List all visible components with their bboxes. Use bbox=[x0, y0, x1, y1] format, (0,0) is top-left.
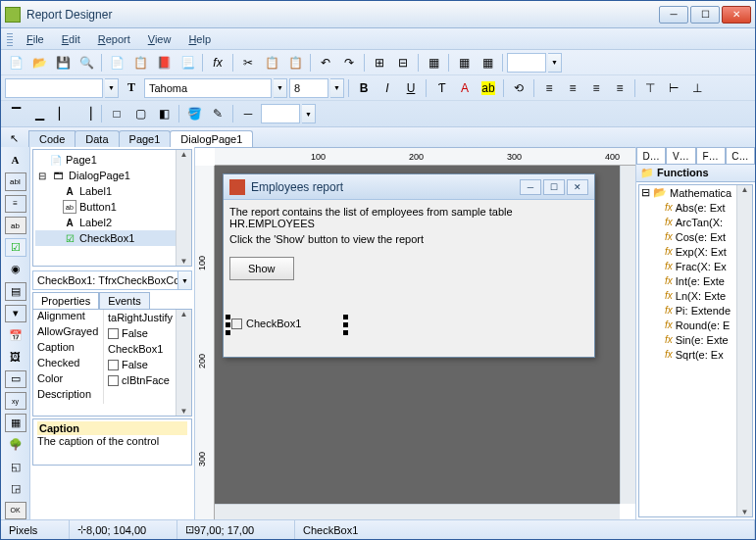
palette-grid-icon[interactable]: ▦ bbox=[5, 414, 26, 431]
palette-radio-icon[interactable]: ◉ bbox=[5, 261, 26, 278]
tree-label2[interactable]: A Label2 bbox=[35, 215, 189, 230]
tab-data[interactable]: Data bbox=[75, 130, 119, 147]
palette-memo-icon[interactable]: ≡ bbox=[5, 195, 26, 213]
variables-button[interactable]: fx bbox=[207, 52, 228, 74]
tree-label1[interactable]: A Label1 bbox=[35, 183, 189, 199]
font-color-button[interactable]: A bbox=[454, 77, 476, 99]
tab-dialogpage1[interactable]: DialogPage1 bbox=[170, 130, 253, 147]
preview-button[interactable]: 🔍 bbox=[76, 52, 97, 74]
dialog-show-button[interactable]: Show bbox=[229, 257, 294, 280]
border-shadow-button[interactable]: ◧ bbox=[153, 103, 175, 124]
line-width-dropdown[interactable]: ▼ bbox=[302, 104, 316, 123]
tab-properties[interactable]: Properties bbox=[32, 292, 99, 309]
tree-scrollbar[interactable] bbox=[176, 150, 191, 266]
open-button[interactable]: 📂 bbox=[28, 52, 50, 74]
func-item[interactable]: fx Abs(e: Ext bbox=[639, 200, 752, 215]
tree-checkbox1[interactable]: ☑ CheckBox1 bbox=[35, 230, 189, 246]
palette-button-icon[interactable]: ab bbox=[5, 217, 26, 234]
dialog-label2[interactable]: Click the 'Show' button to view the repo… bbox=[229, 233, 588, 245]
func-item[interactable]: fx ArcTan(X: bbox=[639, 215, 752, 229]
menu-report[interactable]: Report bbox=[90, 31, 138, 47]
palette-tree-icon[interactable]: 🌳 bbox=[5, 436, 26, 454]
menu-edit[interactable]: Edit bbox=[54, 31, 88, 47]
align-left-button[interactable]: ≡ bbox=[538, 77, 560, 99]
underline-button[interactable]: U bbox=[400, 77, 422, 99]
menu-view[interactable]: View bbox=[140, 31, 179, 47]
palette-groupbox-icon[interactable]: xy bbox=[5, 392, 26, 410]
func-item[interactable]: fx Pi: Extende bbox=[639, 303, 752, 318]
functions-scrollbar[interactable] bbox=[736, 185, 752, 516]
checkbox-icon[interactable] bbox=[231, 319, 242, 329]
right-tab-data[interactable]: D… bbox=[636, 147, 666, 165]
border-right-button[interactable]: ▕ bbox=[76, 103, 97, 124]
ungroup-button[interactable]: ⊟ bbox=[392, 52, 414, 74]
rotate-button[interactable]: ⟲ bbox=[508, 77, 529, 99]
valign-top-button[interactable]: ⊤ bbox=[639, 77, 661, 99]
border-bottom-button[interactable]: ▁ bbox=[28, 103, 50, 124]
new-dialog-button[interactable]: 📋 bbox=[129, 52, 151, 74]
tree-dialogpage1[interactable]: ⊟ 🗔 DialogPage1 bbox=[35, 168, 189, 183]
fit-grid-button[interactable]: ▦ bbox=[477, 52, 498, 74]
minimize-button[interactable]: ─ bbox=[659, 6, 688, 24]
right-tab-vars[interactable]: V… bbox=[666, 147, 695, 165]
palette-image-icon[interactable]: 🖼 bbox=[5, 348, 26, 366]
palette-text-icon[interactable]: A bbox=[5, 151, 26, 169]
func-item[interactable]: fx Int(e: Exte bbox=[639, 273, 752, 288]
new-button[interactable]: 📄 bbox=[5, 52, 26, 74]
bold-button[interactable]: B bbox=[353, 77, 375, 99]
right-tab-classes[interactable]: C… bbox=[726, 147, 755, 165]
tree-button1[interactable]: ab Button1 bbox=[35, 199, 189, 215]
border-top-button[interactable]: ▔ bbox=[5, 103, 26, 124]
dialog-checkbox1[interactable]: CheckBox1 bbox=[231, 318, 301, 329]
palette-misc2-icon[interactable]: ◲ bbox=[5, 479, 26, 497]
tab-events[interactable]: Events bbox=[99, 292, 150, 309]
copy-button[interactable]: 📋 bbox=[261, 52, 282, 74]
dialog-minimize-button[interactable]: ─ bbox=[520, 179, 541, 195]
font-size-combo[interactable]: 8 bbox=[289, 78, 328, 98]
line-width-combo[interactable] bbox=[261, 104, 300, 123]
dialog-form[interactable]: Employees report ─ ☐ ✕ The report contai… bbox=[223, 173, 595, 358]
canvas-vscrollbar[interactable] bbox=[620, 166, 635, 504]
italic-button[interactable]: I bbox=[377, 77, 398, 99]
checkbox-icon[interactable] bbox=[108, 375, 119, 386]
zoom-combo[interactable] bbox=[507, 53, 546, 73]
object-combo[interactable]: CheckBox1: TfrxCheckBoxCo bbox=[32, 270, 178, 290]
palette-edit-icon[interactable]: abI bbox=[5, 172, 26, 190]
font-size-dropdown[interactable]: ▼ bbox=[330, 78, 344, 98]
func-item[interactable]: fx Frac(X: Ex bbox=[639, 259, 752, 273]
tab-code[interactable]: Code bbox=[28, 130, 76, 147]
save-button[interactable]: 💾 bbox=[52, 52, 74, 74]
delete-page-button[interactable]: 📕 bbox=[153, 52, 175, 74]
tab-page1[interactable]: Page1 bbox=[119, 130, 172, 147]
align-right-button[interactable]: ≡ bbox=[585, 77, 607, 99]
func-item[interactable]: fx Ln(X: Exte bbox=[639, 288, 752, 303]
line-color-button[interactable]: ✎ bbox=[207, 103, 228, 124]
func-item[interactable]: fx Sin(e: Exte bbox=[639, 332, 752, 347]
paste-button[interactable]: 📋 bbox=[284, 52, 306, 74]
page-settings-button[interactable]: 📃 bbox=[176, 52, 198, 74]
palette-combobox-icon[interactable]: ▾ bbox=[5, 305, 26, 322]
font-name-combo[interactable]: Tahoma bbox=[144, 78, 272, 98]
align-justify-button[interactable]: ≡ bbox=[609, 77, 630, 99]
tree-page1[interactable]: 📄 Page1 bbox=[35, 152, 189, 168]
undo-button[interactable]: ↶ bbox=[315, 52, 336, 74]
border-none-button[interactable]: ▢ bbox=[129, 103, 151, 124]
zoom-dropdown[interactable]: ▼ bbox=[548, 53, 562, 73]
dialog-label1[interactable]: The report contains the list of employee… bbox=[229, 206, 588, 229]
palette-checkbox-icon[interactable]: ☑ bbox=[5, 238, 26, 256]
menu-help[interactable]: Help bbox=[180, 31, 219, 47]
group-button[interactable]: ⊞ bbox=[369, 52, 390, 74]
func-item[interactable]: fx Round(e: E bbox=[639, 318, 752, 332]
close-button[interactable]: ✕ bbox=[722, 6, 751, 24]
func-item[interactable]: fx Exp(X: Ext bbox=[639, 244, 752, 259]
palette-misc1-icon[interactable]: ◱ bbox=[5, 458, 26, 475]
collapse-icon[interactable]: ⊟ bbox=[35, 169, 49, 182]
dialog-close-button[interactable]: ✕ bbox=[567, 179, 588, 195]
new-page-button[interactable]: 📄 bbox=[106, 52, 127, 74]
checkbox-icon[interactable] bbox=[108, 328, 119, 339]
palette-panel-icon[interactable]: ▭ bbox=[5, 370, 26, 388]
right-tab-functions[interactable]: F… bbox=[696, 147, 726, 165]
style-dropdown[interactable]: ▼ bbox=[105, 78, 119, 98]
border-left-button[interactable]: ▏ bbox=[52, 103, 74, 124]
func-item[interactable]: fx Sqrt(e: Ex bbox=[639, 347, 752, 362]
